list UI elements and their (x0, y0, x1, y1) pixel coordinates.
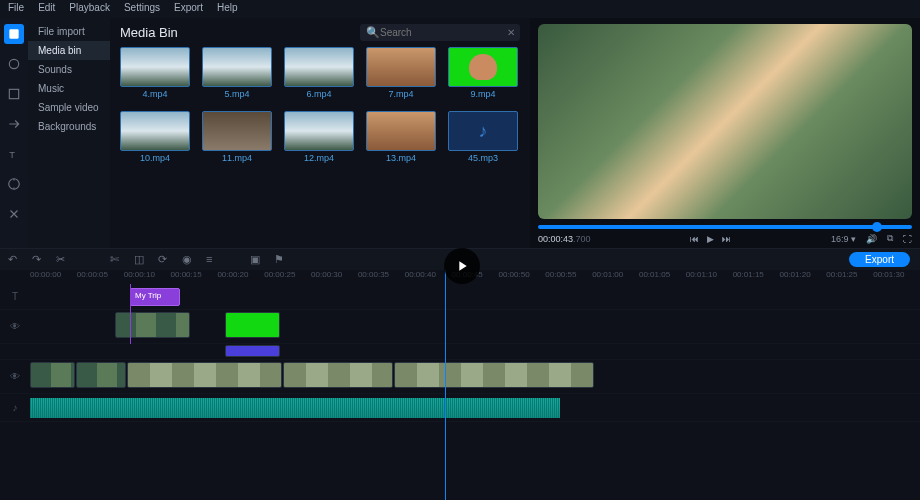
clear-search-icon[interactable]: ✕ (507, 27, 515, 38)
clip-label: 6.mp4 (284, 89, 354, 99)
ruler-mark: 00:01:05 (639, 270, 686, 284)
video-clip-4[interactable] (283, 362, 393, 388)
volume-icon[interactable]: 🔊 (866, 234, 877, 244)
video-clip-5[interactable] (394, 362, 594, 388)
clip-thumbnail[interactable] (202, 111, 272, 151)
nav-media-bin[interactable]: Media bin (28, 41, 110, 60)
tool-text-icon[interactable]: T (4, 144, 24, 164)
media-clip[interactable]: ♪45.mp3 (448, 111, 518, 163)
ruler-mark: 00:00:35 (358, 270, 405, 284)
audio-clip[interactable] (30, 398, 560, 418)
menu-help[interactable]: Help (217, 2, 238, 16)
menu-export[interactable]: Export (174, 2, 203, 16)
tool-import-icon[interactable] (4, 24, 24, 44)
menu-file[interactable]: File (8, 2, 24, 16)
tool-titles-icon[interactable] (4, 84, 24, 104)
search-box[interactable]: 🔍 ✕ (360, 24, 520, 41)
undo-icon[interactable]: ↶ (8, 253, 22, 267)
ruler-mark: 00:00:20 (217, 270, 264, 284)
video-clip-2[interactable] (76, 362, 126, 388)
track-overlay: 👁 (0, 310, 920, 344)
clip-label: 45.mp3 (448, 153, 518, 163)
bin-title: Media Bin (120, 25, 178, 40)
media-clip[interactable]: 7.mp4 (366, 47, 436, 99)
title-clip[interactable]: My Trip (130, 288, 180, 306)
ruler-mark: 00:01:10 (686, 270, 733, 284)
cut-icon[interactable]: ✄ (110, 253, 124, 267)
search-input[interactable] (380, 27, 507, 38)
tool-transitions-icon[interactable] (4, 114, 24, 134)
media-clip[interactable]: 13.mp4 (366, 111, 436, 163)
fullscreen-icon[interactable]: ⛶ (903, 234, 912, 244)
crop-icon[interactable]: ◫ (134, 253, 148, 267)
track-title-head[interactable]: T (0, 284, 30, 309)
prev-frame-icon[interactable]: ⏮ (690, 234, 699, 244)
menu-settings[interactable]: Settings (124, 2, 160, 16)
media-clip[interactable]: 5.mp4 (202, 47, 272, 99)
marker-icon[interactable]: ⚑ (274, 253, 288, 267)
delete-icon[interactable]: ✂ (56, 253, 70, 267)
track-video-head[interactable]: 👁 (0, 360, 30, 393)
clip-thumbnail[interactable] (284, 47, 354, 87)
tool-column: T (0, 18, 28, 248)
overlay-clip-1[interactable] (115, 312, 190, 338)
ruler-mark: 00:00:55 (545, 270, 592, 284)
ruler-mark: 00:01:00 (592, 270, 639, 284)
export-button[interactable]: Export (849, 252, 910, 267)
scrub-head[interactable] (872, 222, 882, 232)
next-frame-icon[interactable]: ⏭ (722, 234, 731, 244)
clip-link (130, 284, 131, 344)
redo-icon[interactable]: ↷ (32, 253, 46, 267)
clip-grid: 4.mp45.mp46.mp47.mp49.mp410.mp411.mp412.… (120, 47, 520, 163)
media-clip[interactable]: 11.mp4 (202, 111, 272, 163)
timecode: 00:00:43.700 (538, 234, 591, 244)
overlay-bg-clip[interactable] (225, 345, 280, 357)
color-icon[interactable]: ◉ (182, 253, 196, 267)
clip-label: 13.mp4 (366, 153, 436, 163)
tool-stabilize-icon[interactable] (4, 174, 24, 194)
clip-thumbnail[interactable] (448, 47, 518, 87)
clip-thumbnail[interactable] (120, 47, 190, 87)
nav-file-import[interactable]: File import (28, 22, 110, 41)
media-clip[interactable]: 4.mp4 (120, 47, 190, 99)
menu-playback[interactable]: Playback (69, 2, 110, 16)
aspect-ratio[interactable]: 16:9 ▾ (831, 234, 856, 244)
preview-scrubber[interactable] (538, 225, 912, 229)
ruler-mark: 00:01:30 (873, 270, 920, 284)
video-clip-3[interactable] (127, 362, 282, 388)
clip-thumbnail[interactable] (202, 47, 272, 87)
clip-thumbnail[interactable]: ♪ (448, 111, 518, 151)
ruler-mark: 00:01:25 (826, 270, 873, 284)
tool-more-icon[interactable] (4, 204, 24, 224)
nav-sample-video[interactable]: Sample video (28, 98, 110, 117)
ruler-mark: 00:00:10 (124, 270, 171, 284)
snapshot-icon[interactable]: ⧉ (887, 233, 893, 244)
clip-label: 7.mp4 (366, 89, 436, 99)
clip-thumbnail[interactable] (366, 111, 436, 151)
preview-video[interactable] (538, 24, 912, 219)
track-audio-head[interactable]: ♪ (0, 394, 30, 421)
clip-thumbnail[interactable] (120, 111, 190, 151)
clip-thumbnail[interactable] (366, 47, 436, 87)
play-icon[interactable]: ▶ (707, 234, 714, 244)
nav-backgrounds[interactable]: Backgrounds (28, 117, 110, 136)
clip-label: 9.mp4 (448, 89, 518, 99)
overlay-clip-2[interactable] (225, 312, 280, 338)
media-clip[interactable]: 9.mp4 (448, 47, 518, 99)
tool-filters-icon[interactable] (4, 54, 24, 74)
clip-thumbnail[interactable] (284, 111, 354, 151)
nav-sounds[interactable]: Sounds (28, 60, 110, 79)
media-clip[interactable]: 12.mp4 (284, 111, 354, 163)
record-icon[interactable]: ▣ (250, 253, 264, 267)
rotate-icon[interactable]: ⟳ (158, 253, 172, 267)
big-play-button[interactable] (444, 248, 480, 284)
nav-music[interactable]: Music (28, 79, 110, 98)
menu-edit[interactable]: Edit (38, 2, 55, 16)
speed-icon[interactable]: ≡ (206, 253, 220, 267)
media-clip[interactable]: 6.mp4 (284, 47, 354, 99)
video-clip-1[interactable] (30, 362, 75, 388)
media-clip[interactable]: 10.mp4 (120, 111, 190, 163)
track-overlay-head[interactable]: 👁 (0, 310, 30, 343)
ruler-mark: 00:00:15 (171, 270, 218, 284)
track-video: 👁 (0, 360, 920, 394)
